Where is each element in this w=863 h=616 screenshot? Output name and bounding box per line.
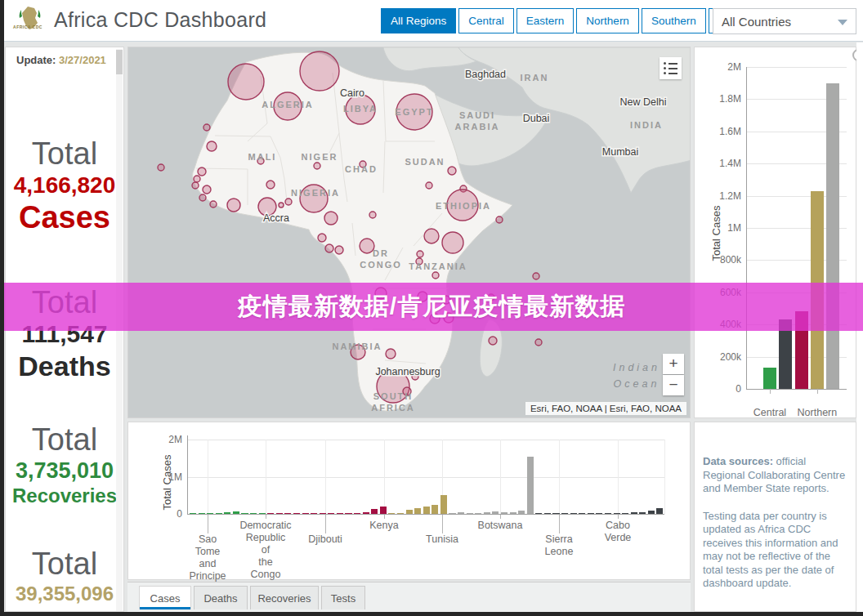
country-bar[interactable] [207,513,213,515]
country-bar[interactable] [267,513,274,515]
case-bubble[interactable] [318,234,326,242]
case-bubble[interactable] [158,164,164,171]
tab-deaths[interactable]: Deaths [194,586,248,609]
tab-cases[interactable]: Cases [139,586,191,609]
country-bar[interactable] [648,511,655,514]
case-bubble[interactable] [192,182,199,189]
case-bubble[interactable] [335,246,343,254]
case-bubble[interactable] [448,167,456,175]
country-bar[interactable] [579,513,585,515]
case-bubble[interactable] [432,272,439,279]
case-bubble[interactable] [325,244,333,252]
case-bubble[interactable] [198,167,206,176]
country-bar[interactable] [371,509,378,514]
country-bar[interactable] [614,513,620,515]
country-dropdown[interactable]: All Countries [713,8,856,34]
region-bar[interactable] [763,368,776,389]
case-bubble[interactable] [369,212,376,218]
country-bar[interactable] [328,513,334,515]
country-bar[interactable] [449,513,455,515]
case-bubble[interactable] [285,199,292,205]
region-button-northern[interactable]: Northern [576,8,639,33]
country-bar[interactable] [406,510,413,514]
region-bar[interactable] [826,83,839,389]
case-bubble[interactable] [199,194,206,201]
case-bubble[interactable] [535,339,542,346]
country-bar[interactable] [250,513,257,515]
case-bubble[interactable] [386,349,396,359]
country-bar[interactable] [467,513,473,515]
country-bar[interactable] [337,513,343,515]
country-bar[interactable] [423,507,430,514]
country-bar[interactable] [414,508,421,514]
country-bar[interactable] [199,513,205,515]
map-panel[interactable]: ALGERIALIBYAEGYPTMALINIGERCHADSUDANNIGER… [127,47,691,418]
country-bar[interactable] [561,513,568,515]
country-bar[interactable] [233,511,239,514]
country-bar[interactable] [259,513,266,515]
region-button-southern[interactable]: Southern [642,8,706,33]
country-bar[interactable] [605,513,611,515]
case-bubble[interactable] [314,163,320,169]
country-bar[interactable] [345,513,351,515]
country-bar[interactable] [388,513,395,515]
country-bar[interactable] [535,513,542,515]
country-bar[interactable] [639,512,646,514]
country-bar[interactable] [570,513,577,515]
case-bubble[interactable] [210,201,217,208]
tab-recoveries[interactable]: Recoveries [250,586,319,609]
zoom-in-button[interactable]: + [663,354,684,374]
country-bar[interactable] [380,507,387,514]
country-bar[interactable] [544,513,551,515]
country-bar[interactable] [293,513,300,515]
case-bubble[interactable] [300,51,339,91]
country-bar[interactable] [552,513,559,515]
zoom-out-button[interactable]: − [663,375,684,395]
country-bar[interactable] [458,512,464,514]
region-button-central[interactable]: Central [458,8,514,33]
country-bar[interactable] [224,512,230,514]
country-bar[interactable] [596,513,602,515]
country-bar[interactable] [440,495,447,514]
country-bar[interactable] [475,513,481,515]
country-bar[interactable] [354,513,360,515]
case-bubble[interactable] [533,273,539,279]
case-bubble[interactable] [489,337,497,345]
country-bar[interactable] [656,508,663,514]
case-bubble[interactable] [424,229,439,243]
country-bar[interactable] [501,512,508,514]
case-bubble[interactable] [442,232,463,253]
case-bubble[interactable] [203,124,210,131]
country-bar[interactable] [302,513,309,515]
country-bar[interactable] [510,512,516,514]
country-bar[interactable] [241,513,248,515]
case-bubble[interactable] [228,64,264,100]
country-bar[interactable] [432,505,438,514]
africa-map[interactable]: ALGERIALIBYAEGYPTMALINIGERCHADSUDANNIGER… [128,47,691,418]
region-button-eastern[interactable]: Eastern [516,8,575,33]
scrollbar-thumb[interactable] [116,50,123,74]
case-bubble[interactable] [227,199,240,212]
country-bar[interactable] [216,513,222,515]
country-bar[interactable] [631,512,637,514]
country-bar[interactable] [284,513,291,515]
case-bubble[interactable] [417,251,423,257]
case-bubble[interactable] [496,216,503,223]
case-bubble[interactable] [324,212,338,225]
country-bar[interactable] [363,512,369,514]
region-button-all-regions[interactable]: All Regions [381,8,456,33]
country-bar[interactable] [320,513,326,515]
country-bar[interactable] [190,513,196,515]
country-bar[interactable] [484,512,490,514]
case-bubble[interactable] [194,176,200,182]
country-bar[interactable] [311,513,317,515]
case-bubble[interactable] [266,181,275,189]
country-bar[interactable] [518,511,525,514]
country-bar[interactable] [492,511,499,514]
country-bar[interactable] [276,513,283,515]
legend-icon[interactable] [660,57,682,79]
country-bar[interactable] [527,457,534,514]
case-bubble[interactable] [203,185,211,194]
country-bar[interactable] [622,513,628,515]
country-bar[interactable] [397,513,404,515]
